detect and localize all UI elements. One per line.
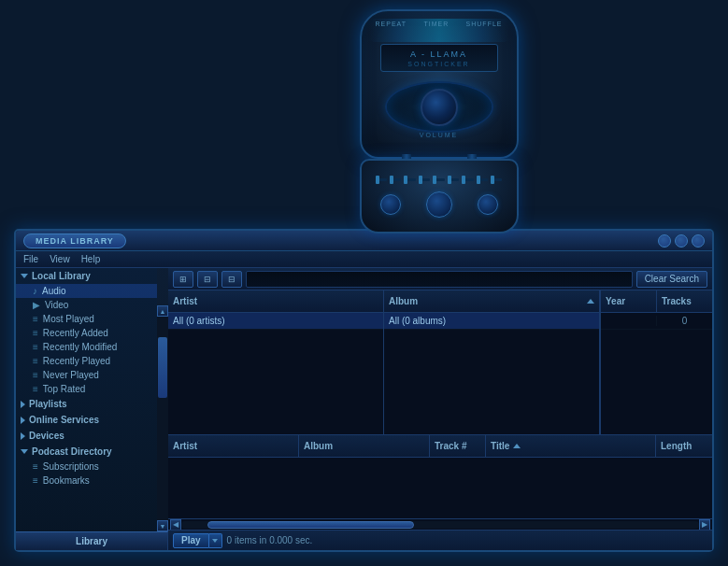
player-area: REPEAT TIMER SHUFFLE A - LLAMA SONGTICKE… — [150, 0, 728, 233]
year-col-header[interactable]: Year — [601, 290, 657, 312]
sidebar-top-rated-label: Top Rated — [43, 384, 86, 394]
sidebar-item-recently-added[interactable]: ≡ Recently Added — [16, 326, 157, 340]
slider-3[interactable] — [404, 178, 415, 181]
toolbar-sort-button[interactable]: ⊟ — [197, 271, 218, 288]
sidebar-devices[interactable]: Devices — [16, 428, 157, 444]
sidebar-playlists[interactable]: Playlists — [16, 396, 157, 412]
slider-1[interactable] — [376, 178, 387, 181]
sidebar-item-recently-played[interactable]: ≡ Recently Played — [16, 354, 157, 368]
most-played-icon: ≡ — [33, 314, 38, 324]
sidebar-item-most-played[interactable]: ≡ Most Played — [16, 312, 157, 326]
next-button[interactable] — [478, 194, 498, 215]
track-col-album[interactable]: Album — [299, 435, 430, 457]
maximize-button[interactable] — [675, 234, 688, 248]
local-library-label: Local Library — [32, 271, 91, 281]
year-tracks-pane: Year Tracks 0 — [600, 290, 712, 434]
online-services-chevron — [21, 417, 25, 424]
slider-7[interactable] — [462, 178, 473, 181]
year-cell — [601, 316, 657, 326]
sidebar-item-never-played[interactable]: ≡ Never Played — [16, 368, 157, 382]
menu-help[interactable]: Help — [81, 254, 101, 264]
search-input[interactable] — [246, 271, 633, 288]
browser-area: Artist All (0 artists) Album All (0 albu… — [168, 290, 712, 435]
library-tab[interactable]: Library — [16, 531, 168, 550]
menu-file[interactable]: File — [23, 254, 38, 264]
main-content: ⊞ ⊟ ⊟ Clear Search Artist — [168, 268, 712, 550]
slider-4[interactable] — [419, 178, 430, 181]
clear-search-button[interactable]: Clear Search — [636, 271, 707, 288]
artist-all-row[interactable]: All (0 artists) — [168, 313, 383, 330]
sidebar-podcast-directory[interactable]: Podcast Directory — [16, 444, 157, 460]
sidebar-scroll-track[interactable] — [157, 317, 168, 520]
track-list-header: Artist Album Track # Title Length — [168, 435, 712, 458]
sidebar: Local Library ♪ Audio ▶ Video ≡ Most Pla… — [16, 268, 157, 550]
recently-modified-icon: ≡ — [33, 342, 38, 352]
toolbar-view-button[interactable]: ⊞ — [173, 271, 193, 288]
h-scroll-left[interactable]: ◀ — [170, 519, 181, 531]
artist-list[interactable]: All (0 artists) — [168, 313, 383, 434]
album-all-row[interactable]: All (0 albums) — [384, 313, 599, 330]
app-name: A - LLAMA — [407, 50, 469, 59]
track-col-artist-label: Artist — [173, 441, 197, 451]
robot-screen[interactable] — [385, 81, 493, 133]
track-list-area: Artist Album Track # Title Length — [168, 435, 712, 530]
album-list[interactable]: All (0 albums) — [384, 313, 599, 434]
play-button[interactable]: Play — [173, 533, 209, 548]
devices-chevron — [21, 432, 25, 440]
close-button[interactable] — [692, 234, 705, 248]
volume-label: VOLUME — [390, 132, 489, 138]
track-col-tracknum-label: Track # — [435, 441, 466, 451]
video-icon: ▶ — [33, 300, 40, 310]
sidebar-item-top-rated[interactable]: ≡ Top Rated — [16, 382, 157, 396]
prev-button[interactable] — [380, 194, 401, 215]
track-list[interactable] — [168, 458, 712, 518]
window-controls — [658, 234, 705, 248]
sidebar-item-recently-modified[interactable]: ≡ Recently Modified — [16, 340, 157, 354]
year-tracks-all-row[interactable]: 0 — [601, 313, 712, 330]
tracks-col-header[interactable]: Tracks — [657, 290, 712, 312]
menubar: File View Help — [16, 251, 712, 268]
slider-2[interactable] — [390, 178, 401, 181]
play-pause-button[interactable] — [426, 191, 452, 218]
menu-view[interactable]: View — [50, 254, 70, 264]
tracks-col-label: Tracks — [662, 296, 692, 306]
slider-5[interactable] — [433, 178, 444, 181]
minimize-button[interactable] — [658, 234, 671, 248]
sidebar-item-subscriptions[interactable]: ≡ Subscriptions — [16, 460, 157, 474]
album-pane: Album All (0 albums) — [384, 290, 600, 434]
shuffle-label: SHUFFLE — [466, 21, 503, 27]
h-scroll-track[interactable] — [181, 521, 699, 529]
track-col-artist[interactable]: Artist — [168, 435, 299, 457]
h-scroll-right[interactable]: ▶ — [699, 519, 710, 531]
year-tracks-header: Year Tracks — [601, 290, 712, 313]
robot-player: REPEAT TIMER SHUFFLE A - LLAMA SONGTICKE… — [346, 9, 533, 233]
play-dropdown-button[interactable] — [209, 533, 222, 548]
artist-header[interactable]: Artist — [168, 290, 383, 313]
track-col-length[interactable]: Length — [656, 435, 712, 457]
sidebar-audio-label: Audio — [42, 286, 66, 296]
slider-9[interactable] — [491, 178, 502, 181]
sidebar-scroll-down[interactable]: ▼ — [157, 520, 168, 531]
sidebar-scroll-up[interactable]: ▲ — [157, 305, 168, 317]
sidebar-item-bookmarks[interactable]: ≡ Bookmarks — [16, 474, 157, 488]
sidebar-podcast-directory-label: Podcast Directory — [32, 446, 112, 457]
playlists-chevron — [21, 401, 25, 408]
toolbar-columns-button[interactable]: ⊟ — [221, 271, 242, 288]
sidebar-online-services[interactable]: Online Services — [16, 412, 157, 428]
year-tracks-list[interactable]: 0 — [601, 313, 712, 434]
track-col-title[interactable]: Title — [486, 435, 656, 457]
sidebar-recently-modified-label: Recently Modified — [43, 342, 117, 352]
album-header[interactable]: Album — [384, 290, 599, 313]
track-col-tracknum[interactable]: Track # — [430, 435, 486, 457]
h-scrollbar: ◀ ▶ — [168, 518, 712, 530]
sidebar-local-library[interactable]: Local Library — [16, 268, 157, 284]
recently-added-icon: ≡ — [33, 328, 38, 338]
slider-6[interactable] — [448, 178, 459, 181]
album-sort-icon — [587, 299, 594, 304]
sidebar-item-audio[interactable]: ♪ Audio — [16, 284, 157, 298]
torso-sliders — [376, 170, 503, 189]
search-toolbar: ⊞ ⊟ ⊟ Clear Search — [168, 268, 712, 290]
slider-8[interactable] — [477, 178, 488, 181]
bookmarks-icon: ≡ — [33, 475, 38, 486]
sidebar-item-video[interactable]: ▶ Video — [16, 298, 157, 312]
